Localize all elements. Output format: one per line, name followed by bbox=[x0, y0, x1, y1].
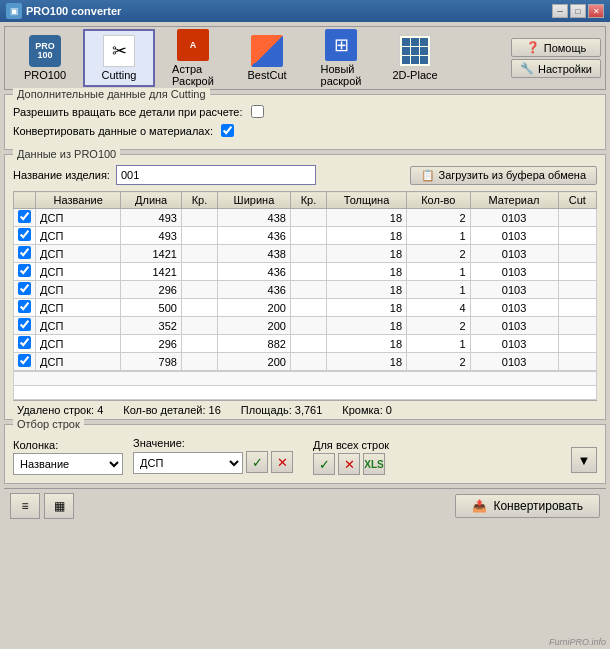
row-kr1 bbox=[181, 317, 217, 335]
filter-excel-button[interactable]: XLS bbox=[363, 453, 385, 475]
help-button[interactable]: ❓ Помощь bbox=[511, 38, 601, 57]
row-width: 436 bbox=[217, 227, 290, 245]
filter-column-label: Колонка: bbox=[13, 439, 123, 451]
convert-materials-checkbox[interactable] bbox=[221, 124, 234, 137]
toolbar-cutting[interactable]: ✂ Cutting bbox=[83, 29, 155, 87]
parts-value: 16 bbox=[209, 404, 221, 416]
row-length: 798 bbox=[121, 353, 182, 371]
product-name-row: Название изделия: 📋 Загрузить из буфера … bbox=[13, 165, 597, 185]
settings-button[interactable]: 🔧 Настройки bbox=[511, 59, 601, 78]
deleted-status: Удалено строк: 4 bbox=[17, 404, 103, 416]
filter-value-group: Значение: ДСП ✓ ✕ bbox=[133, 437, 293, 475]
row-cut bbox=[558, 227, 596, 245]
row-thickness: 18 bbox=[327, 227, 407, 245]
convert-button[interactable]: 📤 Конвертировать bbox=[455, 494, 600, 518]
load-buffer-button[interactable]: 📋 Загрузить из буфера обмена bbox=[410, 166, 597, 185]
row-checkbox[interactable] bbox=[18, 228, 31, 241]
product-name-label: Название изделия: bbox=[13, 169, 110, 181]
row-cut bbox=[558, 209, 596, 227]
row-kr2 bbox=[290, 281, 326, 299]
row-cut bbox=[558, 353, 596, 371]
empty-rows-table bbox=[13, 371, 597, 400]
row-checkbox[interactable] bbox=[18, 336, 31, 349]
filter-column-select[interactable]: Название Длина Ширина Толщина Кол-во Мат… bbox=[13, 453, 123, 475]
row-qty: 1 bbox=[407, 335, 470, 353]
row-checkbox[interactable] bbox=[18, 264, 31, 277]
toolbar-pro100[interactable]: PRO100 PRO100 bbox=[9, 29, 81, 87]
table-row: ДСП 493 438 18 2 0103 bbox=[14, 209, 597, 227]
row-name: ДСП bbox=[36, 209, 121, 227]
cutting-icon: ✂ bbox=[103, 35, 135, 67]
toolbar-newcut[interactable]: ⊞ Новыйраскрой bbox=[305, 29, 377, 87]
deleted-label: Удалено строк: bbox=[17, 404, 94, 416]
col-kr1: Кр. bbox=[181, 192, 217, 209]
filter-content: Колонка: Название Длина Ширина Толщина К… bbox=[13, 437, 597, 475]
row-qty: 1 bbox=[407, 227, 470, 245]
row-qty: 2 bbox=[407, 209, 470, 227]
cutting-section: Дополнительные данные для Cutting Разреш… bbox=[4, 94, 606, 150]
convert-materials-row: Конвертировать данные о материалах: bbox=[13, 124, 597, 137]
row-checkbox[interactable] bbox=[18, 318, 31, 331]
row-cut bbox=[558, 299, 596, 317]
bottom-btn-2[interactable]: ▦ bbox=[44, 493, 74, 519]
row-checkbox[interactable] bbox=[18, 210, 31, 223]
filter-value-select[interactable]: ДСП bbox=[133, 452, 243, 474]
allow-rotate-checkbox[interactable] bbox=[251, 105, 264, 118]
row-kr2 bbox=[290, 353, 326, 371]
filter-cancel-button[interactable]: ✕ bbox=[271, 451, 293, 473]
col-check bbox=[14, 192, 36, 209]
pro100-icon: PRO100 bbox=[29, 35, 61, 67]
row-width: 200 bbox=[217, 353, 290, 371]
row-name: ДСП bbox=[36, 335, 121, 353]
bestcut-icon bbox=[251, 35, 283, 67]
row-name: ДСП bbox=[36, 281, 121, 299]
row-qty: 4 bbox=[407, 299, 470, 317]
filter-apply-button[interactable]: ✓ bbox=[246, 451, 268, 473]
row-checkbox[interactable] bbox=[18, 246, 31, 259]
col-qty: Кол-во bbox=[407, 192, 470, 209]
toolbar-2dplace[interactable]: 2D-Place bbox=[379, 29, 451, 87]
row-kr1 bbox=[181, 299, 217, 317]
row-qty: 1 bbox=[407, 263, 470, 281]
product-name-input[interactable] bbox=[116, 165, 316, 185]
row-cut bbox=[558, 245, 596, 263]
data-table-container: Название Длина Кр. Ширина Кр. Толщина Ко… bbox=[13, 191, 597, 400]
row-kr2 bbox=[290, 317, 326, 335]
filter-for-all-group: Для всех строк ✓ ✕ XLS bbox=[313, 439, 389, 475]
table-row: ДСП 798 200 18 2 0103 bbox=[14, 353, 597, 371]
row-length: 296 bbox=[121, 281, 182, 299]
col-cut: Cut bbox=[558, 192, 596, 209]
row-checkbox[interactable] bbox=[18, 354, 31, 367]
table-row: ДСП 1421 438 18 2 0103 bbox=[14, 245, 597, 263]
toolbar-pro100-label: PRO100 bbox=[24, 69, 66, 81]
main-content: PRO100 PRO100 ✂ Cutting A АстраРаскрой bbox=[0, 22, 610, 527]
toolbar-bestcut[interactable]: BestCut bbox=[231, 29, 303, 87]
row-kr2 bbox=[290, 299, 326, 317]
row-cut bbox=[558, 281, 596, 299]
bottom-btn-1[interactable]: ≡ bbox=[10, 493, 40, 519]
row-material: 0103 bbox=[470, 263, 558, 281]
border-status: Кромка: 0 bbox=[342, 404, 392, 416]
maximize-button[interactable]: □ bbox=[570, 4, 586, 18]
minimize-button[interactable]: ─ bbox=[552, 4, 568, 18]
row-checkbox[interactable] bbox=[18, 282, 31, 295]
close-button[interactable]: ✕ bbox=[588, 4, 604, 18]
toolbar-astra[interactable]: A АстраРаскрой bbox=[157, 29, 229, 87]
filter-all-cancel-button[interactable]: ✕ bbox=[338, 453, 360, 475]
filter-all-apply-button[interactable]: ✓ bbox=[313, 453, 335, 475]
row-qty: 2 bbox=[407, 317, 470, 335]
toolbar-buttons: PRO100 PRO100 ✂ Cutting A АстраРаскрой bbox=[9, 29, 451, 87]
row-kr1 bbox=[181, 245, 217, 263]
row-length: 352 bbox=[121, 317, 182, 335]
filter-extra-button[interactable]: ▼ bbox=[571, 447, 597, 473]
title-bar: ▣ PRO100 converter ─ □ ✕ bbox=[0, 0, 610, 22]
row-qty: 1 bbox=[407, 281, 470, 299]
border-label: Кромка: bbox=[342, 404, 382, 416]
toolbar-right: ❓ Помощь 🔧 Настройки bbox=[511, 38, 601, 78]
allow-rotate-label: Разрешить вращать все детали при расчете… bbox=[13, 106, 243, 118]
help-icon: ❓ bbox=[526, 41, 540, 54]
row-thickness: 18 bbox=[327, 245, 407, 263]
parts-label: Кол-во деталей: bbox=[123, 404, 205, 416]
table-row: ДСП 296 882 18 1 0103 bbox=[14, 335, 597, 353]
row-checkbox[interactable] bbox=[18, 300, 31, 313]
